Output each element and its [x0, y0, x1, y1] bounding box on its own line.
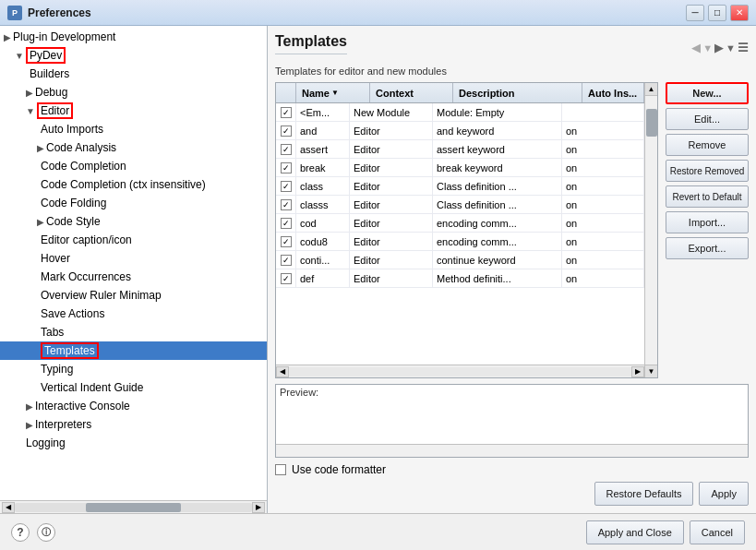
cancel-button[interactable]: Cancel — [690, 520, 745, 544]
sidebar-item-templates[interactable]: Templates — [0, 341, 267, 360]
checkbox-icon[interactable] — [281, 273, 292, 284]
checkbox-icon[interactable] — [281, 181, 292, 192]
sidebar-item-pydev[interactable]: ▼ PyDev — [0, 46, 267, 65]
close-button[interactable]: ✕ — [730, 5, 749, 21]
sidebar-item-overview-ruler[interactable]: Overview Ruler Minimap — [0, 286, 267, 305]
row-checkbox[interactable] — [276, 233, 296, 250]
row-checkbox[interactable] — [276, 196, 296, 213]
sidebar-item-mark-occurrences[interactable]: Mark Occurrences — [0, 268, 267, 286]
hscroll-right[interactable]: ▶ — [631, 366, 644, 377]
hscroll-track[interactable] — [289, 367, 631, 377]
hscroll-left[interactable]: ◀ — [276, 366, 289, 377]
sidebar-item-debug[interactable]: ▶ Debug — [0, 83, 267, 102]
sidebar-item-editor[interactable]: ▼ Editor — [0, 102, 267, 120]
preview-area: Preview: — [275, 384, 749, 458]
sidebar-item-hover[interactable]: Hover — [0, 249, 267, 268]
use-code-formatter-checkbox[interactable] — [275, 464, 286, 475]
sidebar-item-plugin-dev[interactable]: ▶ Plug-in Development — [0, 28, 267, 46]
sidebar-item-label: Code Folding — [41, 197, 106, 209]
sidebar-item-builders[interactable]: Builders — [0, 65, 267, 83]
bottom-right-controls: Apply and Close Cancel — [586, 520, 745, 544]
table-body: <Em... New Module Module: Empty and Edit… — [276, 103, 644, 365]
nav-forward-dropdown-icon[interactable]: ▼ — [726, 42, 736, 54]
horizontal-scrollbar[interactable]: ◀ ▶ — [0, 500, 267, 513]
new-button[interactable]: New... — [666, 82, 749, 104]
sidebar-item-label: Hover — [41, 252, 70, 265]
vscroll-down[interactable]: ▼ — [645, 365, 657, 377]
import-button[interactable]: Import... — [666, 211, 749, 233]
row-checkbox[interactable] — [276, 251, 296, 269]
scroll-left-btn[interactable]: ◀ — [2, 502, 15, 513]
table-row[interactable]: conti... Editor continue keyword on — [276, 251, 644, 269]
row-checkbox[interactable] — [276, 103, 296, 121]
table-hscroll[interactable]: ◀ ▶ — [276, 365, 644, 377]
table-row[interactable]: assert Editor assert keyword on — [276, 140, 644, 159]
export-button[interactable]: Export... — [666, 237, 749, 259]
help-button[interactable]: ? — [11, 523, 30, 542]
scroll-right-btn[interactable]: ▶ — [252, 502, 265, 513]
nav-menu-icon[interactable]: ☰ — [738, 41, 749, 54]
minimize-button[interactable]: ─ — [686, 5, 704, 21]
table-row[interactable]: classs Editor Class definition ... on — [276, 196, 644, 214]
sidebar-item-logging[interactable]: Logging — [0, 434, 267, 452]
apply-and-close-button[interactable]: Apply and Close — [586, 520, 684, 544]
row-checkbox[interactable] — [276, 159, 296, 176]
row-checkbox[interactable] — [276, 122, 296, 139]
table-row[interactable]: <Em... New Module Module: Empty — [276, 103, 644, 122]
maximize-button[interactable]: □ — [708, 5, 726, 21]
sidebar-item-label: Builders — [30, 67, 69, 80]
sidebar-item-interactive-console[interactable]: ▶ Interactive Console — [0, 397, 267, 415]
checkbox-icon[interactable] — [281, 126, 292, 137]
row-checkbox[interactable] — [276, 269, 296, 287]
preview-hscroll[interactable] — [276, 444, 748, 457]
restore-removed-button[interactable]: Restore Removed — [666, 160, 749, 182]
sidebar-item-code-analysis[interactable]: ▶ Code Analysis — [0, 138, 267, 157]
panel-subtitle: Templates for editor and new modules — [275, 66, 749, 77]
vscroll-track[interactable] — [645, 96, 657, 365]
sidebar-item-auto-imports[interactable]: Auto Imports — [0, 120, 267, 138]
row-description: Module: Empty — [433, 103, 562, 121]
table-row[interactable]: break Editor break keyword on — [276, 159, 644, 177]
checkbox-icon[interactable] — [281, 255, 292, 266]
table-row[interactable]: codu8 Editor encoding comm... on — [276, 233, 644, 251]
row-checkbox[interactable] — [276, 214, 296, 232]
vscroll-up[interactable]: ▲ — [645, 83, 657, 96]
sidebar-item-label: Logging — [26, 436, 66, 449]
table-row[interactable]: def Editor Method definiti... on — [276, 269, 644, 288]
row-auto: on — [562, 233, 644, 250]
edit-button[interactable]: Edit... — [666, 108, 749, 130]
checkbox-icon[interactable] — [281, 144, 292, 155]
table-row[interactable]: class Editor Class definition ... on — [276, 177, 644, 196]
sidebar-item-code-folding[interactable]: Code Folding — [0, 194, 267, 212]
checkbox-icon[interactable] — [281, 218, 292, 229]
table-row[interactable]: cod Editor encoding comm... on — [276, 214, 644, 233]
sidebar-item-save-actions[interactable]: Save Actions — [0, 305, 267, 323]
restore-defaults-button[interactable]: Restore Defaults — [594, 482, 694, 506]
checkbox-icon[interactable] — [281, 199, 292, 210]
vscroll-thumb[interactable] — [646, 109, 657, 137]
table-row[interactable]: and Editor and keyword on — [276, 122, 644, 140]
sidebar-item-vertical-indent[interactable]: Vertical Indent Guide — [0, 378, 267, 397]
th-description: Description — [453, 83, 582, 102]
apply-button[interactable]: Apply — [699, 482, 749, 506]
sidebar-item-typing[interactable]: Typing — [0, 360, 267, 378]
remove-button[interactable]: Remove — [666, 134, 749, 156]
table-vscroll[interactable]: ▲ ▼ — [644, 83, 657, 377]
info-button[interactable]: ⓘ — [37, 523, 55, 542]
sidebar-item-tabs[interactable]: Tabs — [0, 323, 267, 341]
row-checkbox[interactable] — [276, 140, 296, 158]
sidebar-item-code-completion[interactable]: Code Completion — [0, 157, 267, 175]
checkbox-icon[interactable] — [281, 162, 292, 173]
revert-to-default-button[interactable]: Revert to Default — [666, 185, 749, 208]
nav-forward-icon[interactable]: ▶ — [714, 41, 724, 54]
sidebar-item-interpreters[interactable]: ▶ Interpreters — [0, 415, 267, 434]
checkbox-icon[interactable] — [281, 107, 292, 118]
row-context: Editor — [350, 196, 433, 213]
checkbox-icon[interactable] — [281, 236, 292, 247]
sidebar-item-code-completion-ctx[interactable]: Code Completion (ctx insensitive) — [0, 175, 267, 194]
row-checkbox[interactable] — [276, 177, 296, 195]
scroll-thumb[interactable] — [86, 503, 181, 512]
sidebar-item-code-style[interactable]: ▶ Code Style — [0, 212, 267, 231]
sidebar-item-editor-caption[interactable]: Editor caption/icon — [0, 231, 267, 249]
scroll-track[interactable] — [15, 503, 252, 512]
